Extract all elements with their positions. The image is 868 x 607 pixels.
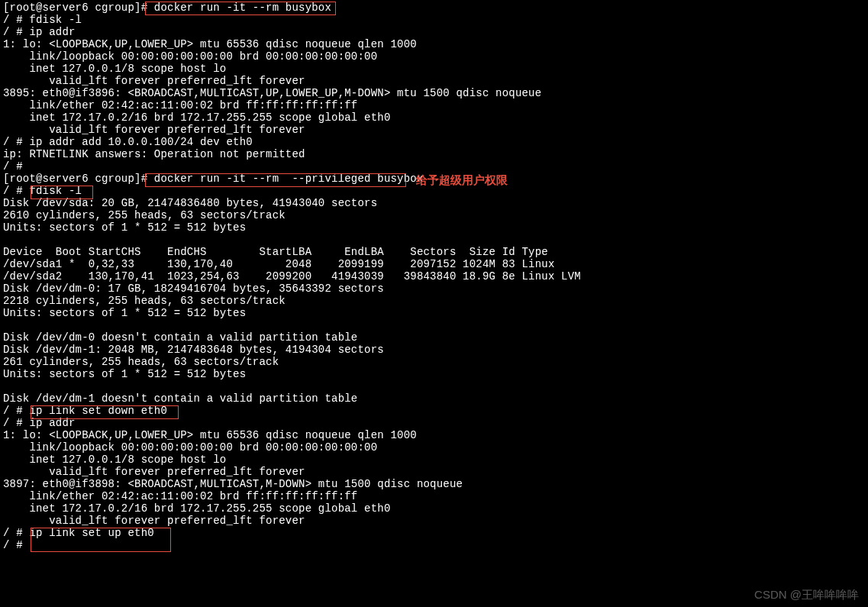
terminal-line: 1: lo: <LOOPBACK,UP,LOWER_UP> mtu 65536 …	[3, 38, 865, 50]
terminal-line: valid_lft forever preferred_lft forever	[3, 515, 865, 527]
terminal-line: ip: RTNETLINK answers: Operation not per…	[3, 148, 865, 160]
terminal-line: /dev/sda1 * 0,32,33 130,170,40 2048 2099…	[3, 258, 865, 270]
terminal-line: Disk /dev/dm-1 doesn't contain a valid p…	[3, 392, 865, 405]
terminal-line	[3, 319, 865, 331]
terminal-line: valid_lft forever preferred_lft forever	[3, 124, 865, 136]
terminal-line: valid_lft forever preferred_lft forever	[3, 75, 865, 87]
terminal-line: inet 127.0.0.1/8 scope host lo	[3, 63, 865, 75]
annotation-text: 给予超级用户权限	[416, 174, 508, 186]
terminal-line: /dev/sda2 130,170,41 1023,254,63 2099200…	[3, 270, 865, 283]
terminal-line: / # ip addr add 10.0.0.100/24 dev eth0	[3, 136, 865, 148]
terminal-line: / # ip addr	[3, 26, 865, 38]
terminal-line: / # ip link set up eth0	[3, 527, 865, 539]
terminal-line: Disk /dev/dm-0 doesn't contain a valid p…	[3, 331, 865, 344]
terminal-line: [root@server6 cgroup]# docker run -it --…	[3, 2, 865, 14]
terminal-line: / #	[3, 160, 865, 173]
terminal-line: 261 cylinders, 255 heads, 63 sectors/tra…	[3, 356, 865, 368]
terminal-line: inet 127.0.0.1/8 scope host lo	[3, 454, 865, 466]
terminal-line: link/loopback 00:00:00:00:00:00 brd 00:0…	[3, 441, 865, 454]
terminal-line: inet 172.17.0.2/16 brd 172.17.255.255 sc…	[3, 111, 865, 124]
terminal-line: Disk /dev/sda: 20 GB, 21474836480 bytes,…	[3, 197, 865, 209]
terminal-line: / # ip addr	[3, 417, 865, 429]
terminal-line: Units: sectors of 1 * 512 = 512 bytes	[3, 221, 865, 234]
terminal-line: / # fdisk -l	[3, 185, 865, 197]
terminal-line: / #	[3, 539, 865, 551]
terminal-line: 3895: eth0@if3896: <BROADCAST,MULTICAST,…	[3, 87, 865, 99]
terminal-line	[3, 234, 865, 246]
terminal-line: / # ip link set down eth0	[3, 405, 865, 417]
terminal-line: link/ether 02:42:ac:11:00:02 brd ff:ff:f…	[3, 490, 865, 502]
terminal-output[interactable]: [root@server6 cgroup]# docker run -it --…	[0, 0, 868, 553]
terminal-line: Disk /dev/dm-1: 2048 MB, 2147483648 byte…	[3, 344, 865, 356]
terminal-line: Disk /dev/dm-0: 17 GB, 18249416704 bytes…	[3, 283, 865, 295]
terminal-line: / # fdisk -l	[3, 14, 865, 26]
terminal-line: 2218 cylinders, 255 heads, 63 sectors/tr…	[3, 295, 865, 307]
terminal-line: 1: lo: <LOOPBACK,UP,LOWER_UP> mtu 65536 …	[3, 429, 865, 441]
terminal-line	[3, 380, 865, 392]
terminal-line: Units: sectors of 1 * 512 = 512 bytes	[3, 368, 865, 380]
terminal-line: link/loopback 00:00:00:00:00:00 brd 00:0…	[3, 50, 865, 63]
terminal-line: Device Boot StartCHS EndCHS StartLBA End…	[3, 246, 865, 258]
terminal-line: inet 172.17.0.2/16 brd 172.17.255.255 sc…	[3, 502, 865, 515]
watermark-text: CSDN @王哞哞哞哞	[754, 589, 859, 601]
terminal-line: link/ether 02:42:ac:11:00:02 brd ff:ff:f…	[3, 99, 865, 111]
terminal-line: Units: sectors of 1 * 512 = 512 bytes	[3, 307, 865, 319]
terminal-line: 3897: eth0@if3898: <BROADCAST,MULTICAST,…	[3, 478, 865, 490]
terminal-line: valid_lft forever preferred_lft forever	[3, 466, 865, 478]
terminal-line: 2610 cylinders, 255 heads, 63 sectors/tr…	[3, 209, 865, 221]
